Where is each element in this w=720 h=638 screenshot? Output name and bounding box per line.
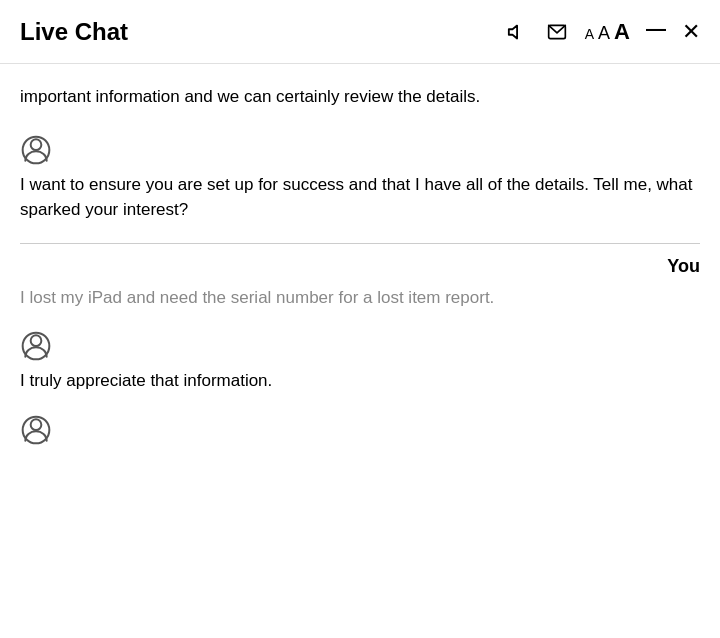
font-size-controls: A A A bbox=[585, 19, 630, 45]
header-controls: A A A — ✕ bbox=[507, 18, 700, 46]
agent-message-1: I want to ensure you are set up for succ… bbox=[20, 134, 700, 223]
mail-icon[interactable] bbox=[545, 22, 569, 42]
continued-message-text: important information and we can certain… bbox=[20, 84, 700, 110]
svg-marker-0 bbox=[509, 25, 517, 38]
agent-message-1-text: I want to ensure you are set up for succ… bbox=[20, 172, 700, 223]
svg-point-4 bbox=[31, 335, 42, 346]
user-message: I lost my iPad and need the serial numbe… bbox=[20, 285, 700, 311]
agent-avatar-1 bbox=[20, 134, 52, 166]
chat-title: Live Chat bbox=[20, 18, 128, 46]
chat-header: Live Chat A A A — ✕ bbox=[0, 0, 720, 64]
svg-point-2 bbox=[31, 139, 42, 150]
you-label: You bbox=[20, 256, 700, 277]
sound-icon[interactable] bbox=[507, 21, 529, 43]
close-icon[interactable]: ✕ bbox=[682, 19, 700, 45]
agent-message-2-text: I truly appreciate that information. bbox=[20, 368, 700, 394]
chat-body: important information and we can certain… bbox=[0, 64, 720, 638]
font-medium-button[interactable]: A bbox=[598, 23, 610, 44]
user-message-text: I lost my iPad and need the serial numbe… bbox=[20, 285, 700, 311]
font-large-button[interactable]: A bbox=[614, 19, 630, 45]
agent-avatar-3-partial bbox=[20, 414, 700, 450]
svg-point-6 bbox=[31, 419, 42, 430]
agent-message-2: I truly appreciate that information. bbox=[20, 330, 700, 394]
font-small-button[interactable]: A bbox=[585, 26, 594, 42]
chat-divider bbox=[20, 243, 700, 244]
agent-avatar-2 bbox=[20, 330, 52, 362]
minimize-icon[interactable]: — bbox=[646, 18, 666, 38]
